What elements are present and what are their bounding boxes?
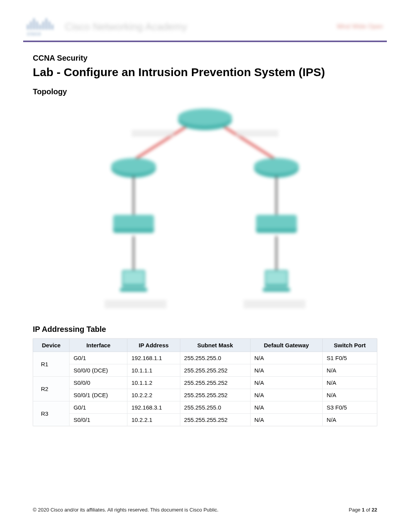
cell-ip: 10.1.1.1 bbox=[127, 364, 180, 377]
lab-title: Lab - Configure an Intrusion Prevention … bbox=[33, 66, 377, 79]
col-interface: Interface bbox=[69, 339, 127, 352]
cell-mask: 255.255.255.0 bbox=[180, 352, 250, 364]
cell-port: S1 F0/5 bbox=[323, 352, 377, 364]
page-prefix: Page bbox=[349, 507, 362, 513]
cell-device: R1 bbox=[33, 352, 69, 377]
svg-point-3 bbox=[178, 109, 232, 126]
topology-diagram bbox=[33, 101, 377, 317]
cell-interface: S0/0/1 (DCE) bbox=[69, 389, 127, 401]
svg-rect-22 bbox=[105, 300, 166, 308]
svg-rect-15 bbox=[256, 215, 297, 229]
page-number: Page 1 of 22 bbox=[349, 507, 377, 513]
table-row: S0/0/1 (DCE) 10.2.2.2 255.255.255.252 N/… bbox=[33, 389, 377, 401]
cell-mask: 255.255.255.252 bbox=[180, 414, 250, 426]
svg-point-5 bbox=[111, 158, 156, 173]
cell-gw: N/A bbox=[250, 352, 322, 364]
cell-ip: 10.2.2.1 bbox=[127, 414, 180, 426]
page-of: of bbox=[364, 507, 371, 513]
cell-port: N/A bbox=[323, 414, 377, 426]
table-row: S0/0/1 10.2.2.1 255.255.255.252 N/A N/A bbox=[33, 414, 377, 426]
cell-ip: 192.168.1.1 bbox=[127, 352, 180, 364]
svg-rect-18 bbox=[120, 288, 147, 292]
svg-rect-20 bbox=[266, 271, 287, 284]
cisco-wordmark: cisco bbox=[27, 31, 53, 37]
table-header-row: Device Interface IP Address Subnet Mask … bbox=[33, 339, 377, 352]
document-page: cisco Cisco Networking Academy Mind Wide… bbox=[0, 0, 410, 532]
academy-title: Cisco Networking Academy bbox=[65, 21, 187, 33]
cell-port: N/A bbox=[323, 377, 377, 389]
cell-gw: N/A bbox=[250, 377, 322, 389]
col-mask: Subnet Mask bbox=[180, 339, 250, 352]
svg-rect-25 bbox=[236, 130, 278, 137]
cell-device: R3 bbox=[33, 401, 69, 426]
cell-interface: S0/0/0 bbox=[69, 377, 127, 389]
cell-ip: 192.168.3.1 bbox=[127, 401, 180, 414]
svg-rect-23 bbox=[244, 300, 305, 308]
cell-gw: N/A bbox=[250, 401, 322, 414]
ip-addressing-table: Device Interface IP Address Subnet Mask … bbox=[33, 338, 377, 426]
cell-interface: S0/0/0 (DCE) bbox=[69, 364, 127, 377]
cisco-logo: cisco bbox=[27, 17, 53, 37]
page-header: cisco Cisco Networking Academy Mind Wide… bbox=[23, 14, 387, 42]
cell-gw: N/A bbox=[250, 414, 322, 426]
svg-point-7 bbox=[254, 158, 299, 173]
table-row: R2 S0/0/0 10.1.1.2 255.255.255.252 N/A N… bbox=[33, 377, 377, 389]
table-row: R3 G0/1 192.168.3.1 255.255.255.0 N/A S3… bbox=[33, 401, 377, 414]
page-footer: © 2020 Cisco and/or its affiliates. All … bbox=[33, 507, 377, 513]
cell-port: N/A bbox=[323, 389, 377, 401]
svg-rect-13 bbox=[113, 215, 154, 229]
cell-interface: G0/1 bbox=[69, 401, 127, 414]
svg-line-0 bbox=[136, 122, 193, 159]
cell-gw: N/A bbox=[250, 364, 322, 377]
cell-interface: G0/1 bbox=[69, 352, 127, 364]
cell-port: S3 F0/5 bbox=[323, 401, 377, 414]
course-name: CCNA Security bbox=[33, 54, 377, 63]
cisco-bars-icon bbox=[27, 17, 53, 30]
network-topology-icon bbox=[85, 101, 325, 317]
table-row: R1 G0/1 192.168.1.1 255.255.255.0 N/A S1… bbox=[33, 352, 377, 364]
cell-mask: 255.255.255.0 bbox=[180, 401, 250, 414]
svg-rect-21 bbox=[263, 288, 290, 292]
header-tagline: Mind Wide Open bbox=[337, 23, 383, 30]
col-port: Switch Port bbox=[323, 339, 377, 352]
cell-device: R2 bbox=[33, 377, 69, 401]
svg-rect-17 bbox=[123, 271, 144, 284]
col-ip: IP Address bbox=[127, 339, 180, 352]
cell-mask: 255.255.255.252 bbox=[180, 377, 250, 389]
copyright-text: © 2020 Cisco and/or its affiliates. All … bbox=[33, 507, 219, 513]
cell-ip: 10.2.2.2 bbox=[127, 389, 180, 401]
brand-logo-block: cisco Cisco Networking Academy bbox=[27, 17, 187, 37]
ip-table-heading: IP Addressing Table bbox=[33, 325, 377, 334]
cell-gw: N/A bbox=[250, 389, 322, 401]
topology-heading: Topology bbox=[33, 87, 377, 96]
col-device: Device bbox=[33, 339, 69, 352]
cell-ip: 10.1.1.2 bbox=[127, 377, 180, 389]
page-total: 22 bbox=[372, 507, 377, 513]
col-gateway: Default Gateway bbox=[250, 339, 322, 352]
cell-port: N/A bbox=[323, 364, 377, 377]
content-area: CCNA Security Lab - Configure an Intrusi… bbox=[23, 42, 387, 426]
cell-interface: S0/0/1 bbox=[69, 414, 127, 426]
cell-mask: 255.255.255.252 bbox=[180, 389, 250, 401]
table-row: S0/0/0 (DCE) 10.1.1.1 255.255.255.252 N/… bbox=[33, 364, 377, 377]
cell-mask: 255.255.255.252 bbox=[180, 364, 250, 377]
svg-line-1 bbox=[217, 122, 274, 159]
svg-rect-24 bbox=[132, 130, 174, 137]
